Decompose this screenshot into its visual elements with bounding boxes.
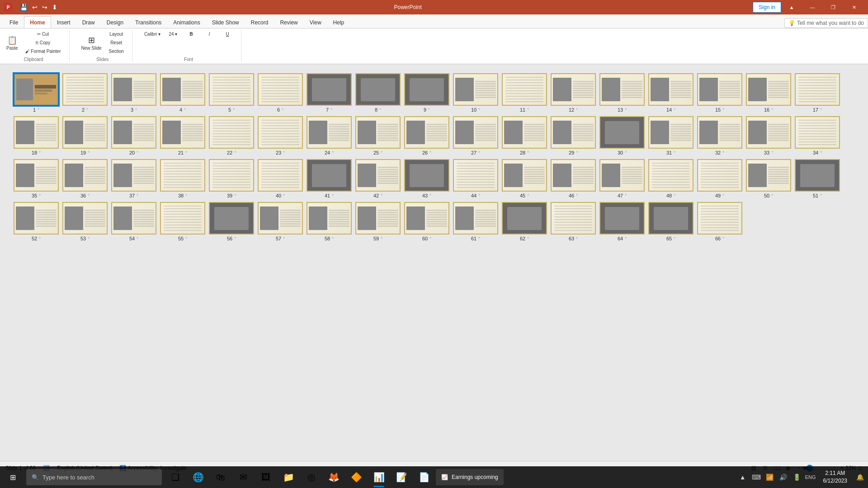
slide-item-25[interactable]: 25* <box>355 116 401 155</box>
slide-item-3[interactable]: 3* <box>111 73 156 113</box>
slide-item-43[interactable]: 43* <box>404 159 449 198</box>
slide-item-40[interactable]: 40* <box>258 159 303 198</box>
tab-insert[interactable]: Insert <box>51 16 76 28</box>
slide-item-24[interactable]: 24* <box>307 116 352 155</box>
reset-button[interactable]: Reset <box>106 39 127 47</box>
taskbar-search[interactable]: 🔍 Type here to search <box>26 469 162 485</box>
paste-button[interactable]: 📋Paste <box>4 34 21 52</box>
sound-icon[interactable]: 🔊 <box>777 466 790 488</box>
slide-item-18[interactable]: 18* <box>14 116 59 155</box>
tell-me-input[interactable]: 💡 Tell me what you want to do <box>784 18 868 28</box>
slide-item-5[interactable]: 5* <box>209 73 254 113</box>
slide-item-1[interactable]: 1* <box>14 73 59 113</box>
notification-button[interactable]: 🔔 <box>854 466 866 488</box>
italic-button[interactable]: I <box>201 30 217 38</box>
slide-item-17[interactable]: 17* <box>795 73 840 113</box>
chrome-button[interactable]: ◎ <box>300 466 322 488</box>
slide-item-23[interactable]: 23* <box>258 116 303 155</box>
up-arrow-button[interactable]: ▲ <box>736 466 749 488</box>
slide-item-28[interactable]: 28* <box>502 116 547 155</box>
section-button[interactable]: Section <box>106 47 127 55</box>
keyboard-icon[interactable]: ⌨ <box>750 466 763 488</box>
slide-item-50[interactable]: 50* <box>746 159 791 198</box>
slide-item-54[interactable]: 54* <box>111 202 156 241</box>
slide-item-19[interactable]: 19* <box>62 116 108 155</box>
font-selector[interactable]: Calibri ▾ <box>142 30 163 38</box>
sign-in-button[interactable]: Sign in <box>753 2 781 13</box>
redo-icon[interactable]: ↪ <box>40 3 49 12</box>
slide-item-63[interactable]: 63* <box>551 202 596 241</box>
tab-help[interactable]: Help <box>327 16 350 28</box>
slide-item-34[interactable]: 34* <box>795 116 840 155</box>
copy-button[interactable]: ⎘ Copy <box>23 39 64 47</box>
slide-item-65[interactable]: 65* <box>648 202 693 241</box>
slide-item-58[interactable]: 58* <box>307 202 352 241</box>
slide-item-46[interactable]: 46* <box>551 159 596 198</box>
tab-record[interactable]: Record <box>245 16 274 28</box>
slide-item-66[interactable]: 66* <box>697 202 742 241</box>
language-tray-icon[interactable]: ENG <box>804 466 817 488</box>
tab-view[interactable]: View <box>304 16 327 28</box>
slide-item-7[interactable]: 7* <box>307 73 352 113</box>
slide-item-64[interactable]: 64* <box>599 202 645 241</box>
slide-item-26[interactable]: 26* <box>404 116 449 155</box>
explorer-button[interactable]: 📁 <box>278 466 299 488</box>
task-view-button[interactable]: ❑ <box>165 466 186 488</box>
slide-item-56[interactable]: 56* <box>209 202 254 241</box>
underline-button[interactable]: U <box>219 30 236 38</box>
acrobat-button[interactable]: 📄 <box>413 466 435 488</box>
slide-item-55[interactable]: 55* <box>160 202 205 241</box>
tab-review[interactable]: Review <box>274 16 303 28</box>
slide-item-8[interactable]: 8* <box>355 73 401 113</box>
close-button[interactable]: ✕ <box>844 0 864 14</box>
slide-item-41[interactable]: 41* <box>307 159 352 198</box>
cut-button[interactable]: ✂ Cut <box>23 30 64 38</box>
slide-item-51[interactable]: 51* <box>795 159 840 198</box>
slide-item-2[interactable]: 2* <box>62 73 108 113</box>
bold-button[interactable]: B <box>183 30 199 38</box>
word-button[interactable]: 📝 <box>391 466 412 488</box>
slide-item-57[interactable]: 57* <box>258 202 303 241</box>
slide-item-47[interactable]: 47* <box>599 159 645 198</box>
slide-item-12[interactable]: 12* <box>551 73 596 113</box>
minimize-button[interactable]: — <box>802 0 823 14</box>
slide-item-39[interactable]: 39* <box>209 159 254 198</box>
slide-item-27[interactable]: 27* <box>453 116 498 155</box>
tab-transitions[interactable]: Transitions <box>129 16 167 28</box>
customize-icon[interactable]: ⬇ <box>50 3 59 12</box>
slide-item-22[interactable]: 22* <box>209 116 254 155</box>
start-button[interactable]: ⊞ <box>2 466 24 488</box>
slide-item-32[interactable]: 32* <box>697 116 742 155</box>
vlc-button[interactable]: 🔶 <box>345 466 367 488</box>
slide-item-15[interactable]: 15* <box>697 73 742 113</box>
tab-design[interactable]: Design <box>101 16 129 28</box>
slide-item-52[interactable]: 52* <box>14 202 59 241</box>
slide-item-33[interactable]: 33* <box>746 116 791 155</box>
edge-button[interactable]: 🌐 <box>187 466 209 488</box>
save-icon[interactable]: 💾 <box>18 3 29 12</box>
slide-item-9[interactable]: 9* <box>404 73 449 113</box>
battery-icon[interactable]: 🔋 <box>791 466 803 488</box>
restore-button[interactable]: ❐ <box>823 0 844 14</box>
slide-item-48[interactable]: 48* <box>648 159 693 198</box>
slide-item-59[interactable]: 59* <box>355 202 401 241</box>
slide-item-30[interactable]: 30* <box>599 116 645 155</box>
slide-item-37[interactable]: 37* <box>111 159 156 198</box>
powerpoint-taskbar-button[interactable]: 📊 <box>368 466 390 488</box>
slide-item-31[interactable]: 31* <box>648 116 693 155</box>
mail-button[interactable]: ✉ <box>232 466 254 488</box>
slide-item-45[interactable]: 45* <box>502 159 547 198</box>
tab-draw[interactable]: Draw <box>76 16 101 28</box>
slide-item-38[interactable]: 38* <box>160 159 205 198</box>
slide-item-4[interactable]: 4* <box>160 73 205 113</box>
tab-animations[interactable]: Animations <box>167 16 206 28</box>
firefox-button[interactable]: 🦊 <box>323 466 344 488</box>
network-icon[interactable]: 📶 <box>764 466 776 488</box>
slide-item-44[interactable]: 44* <box>453 159 498 198</box>
earnings-upcoming-button[interactable]: 📈 Earnings upcoming <box>436 469 504 485</box>
slide-item-60[interactable]: 60* <box>404 202 449 241</box>
slide-item-6[interactable]: 6* <box>258 73 303 113</box>
slide-item-21[interactable]: 21* <box>160 116 205 155</box>
slide-item-20[interactable]: 20* <box>111 116 156 155</box>
layout-button[interactable]: Layout <box>106 30 127 38</box>
